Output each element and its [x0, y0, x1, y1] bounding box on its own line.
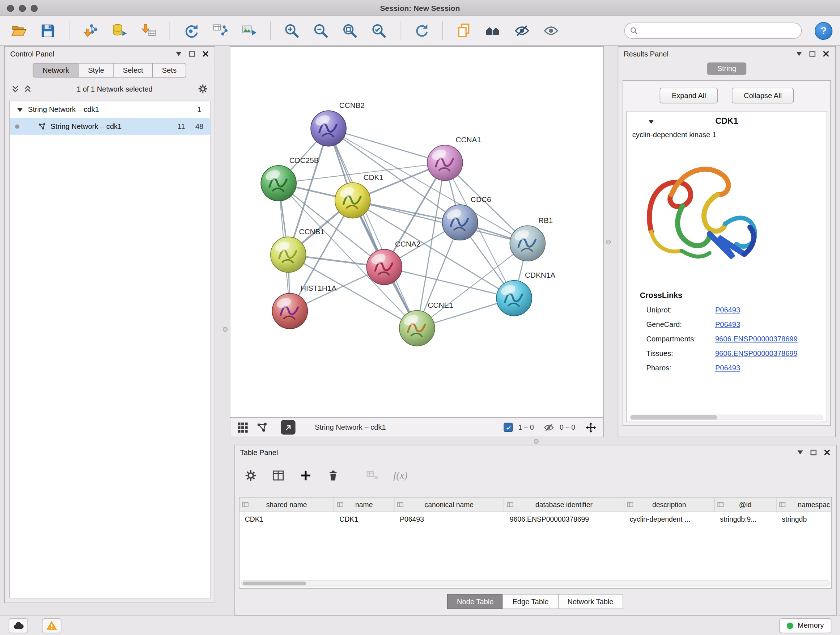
node-details-card: CDK1 cyclin-dependent kinase 1 — [626, 111, 827, 422]
table-panel-title: Table Panel — [240, 448, 278, 456]
tab-style[interactable]: Style — [78, 63, 114, 78]
tab-edge-table[interactable]: Edge Table — [503, 594, 559, 609]
graph-node-CDK1[interactable]: CDK1 — [335, 173, 384, 218]
tab-sets[interactable]: Sets — [152, 63, 186, 78]
network-collection-row[interactable]: String Network – cdk1 1 — [10, 101, 210, 118]
import-network-database-button[interactable] — [108, 19, 131, 42]
results-scrollbar-thumb[interactable] — [630, 415, 717, 420]
table-panel-close-button[interactable] — [823, 448, 831, 456]
tab-node-table[interactable]: Node Table — [447, 594, 503, 609]
table-row[interactable]: CDK1 CDK1 P06493 9606.ENSP00000378699 cy… — [240, 512, 831, 527]
open-in-browser-button[interactable] — [281, 420, 295, 434]
search-input[interactable] — [641, 27, 796, 35]
import-table-button[interactable] — [137, 19, 159, 42]
results-panel-collapse-button[interactable] — [796, 50, 803, 57]
network-from-table-button[interactable] — [209, 19, 231, 42]
eye-slash-icon — [514, 22, 531, 39]
uniprot-link[interactable]: P06493 — [715, 306, 740, 314]
tab-select[interactable]: Select — [113, 63, 153, 78]
left-splitter-handle[interactable] — [223, 327, 227, 332]
tab-network-table[interactable]: Network Table — [558, 594, 623, 609]
tree-caret-icon[interactable] — [16, 106, 24, 113]
table-panel-float-button[interactable] — [810, 448, 818, 456]
refresh-button[interactable] — [410, 19, 432, 42]
help-button[interactable]: ? — [815, 22, 832, 40]
column-header-id[interactable]: @id — [714, 497, 776, 511]
window-close-button[interactable] — [7, 5, 14, 11]
first-neighbors-button[interactable] — [482, 19, 504, 42]
tab-string[interactable]: String — [707, 63, 746, 75]
graph-node-RB1[interactable]: RB1 — [510, 216, 553, 261]
crosslink-row: GeneCard: P06493 — [627, 317, 827, 332]
new-network-button[interactable] — [180, 19, 202, 42]
compartments-link[interactable]: 9606.ENSP00000378699 — [715, 335, 798, 343]
node-table: shared name name canonical name database… — [239, 497, 832, 589]
duplicate-button[interactable] — [453, 19, 475, 42]
column-header-name[interactable]: name — [334, 497, 395, 511]
network-row[interactable]: String Network – cdk1 11 48 — [10, 118, 210, 135]
window-minimize-button[interactable] — [19, 5, 26, 11]
show-columns-button[interactable] — [272, 469, 285, 482]
graph-node-label: CCNB2 — [339, 101, 365, 109]
column-header-description[interactable]: description — [624, 497, 715, 511]
graph-node-HIST1H1A[interactable]: HIST1H1A — [272, 284, 336, 329]
tab-network[interactable]: Network — [33, 63, 79, 78]
memory-button[interactable]: Memory — [779, 618, 831, 633]
delete-column-button[interactable] — [327, 469, 340, 482]
warnings-button[interactable] — [42, 618, 62, 633]
graph-node-CCNB2[interactable]: CCNB2 — [311, 101, 365, 146]
pharos-link[interactable]: P06493 — [715, 364, 740, 372]
string-results-container: Expand All Collapse All CDK1 cyclin-depe… — [622, 80, 831, 426]
column-header-namespace[interactable]: namespac — [776, 497, 832, 511]
control-panel-float-button[interactable] — [188, 50, 196, 57]
control-panel-close-button[interactable] — [202, 50, 210, 57]
network-canvas[interactable]: CCNB2CCNA1CDC25BCDK1CDC6RB1CCNB1CCNA2CDK… — [230, 46, 604, 417]
show-all-button[interactable] — [540, 19, 562, 42]
window-zoom-button[interactable] — [31, 5, 38, 11]
network-graph[interactable]: CCNB2CCNA1CDC25BCDK1CDC6RB1CCNB1CCNA2CDK… — [231, 47, 603, 417]
zoom-out-button[interactable] — [309, 19, 332, 42]
results-horizontal-scrollbar[interactable] — [630, 415, 823, 420]
function-builder-button[interactable]: f(x) — [393, 470, 407, 481]
open-session-button[interactable] — [8, 19, 30, 42]
column-header-canonical-name[interactable]: canonical name — [394, 497, 504, 511]
save-session-button[interactable] — [36, 19, 59, 42]
table-panel-collapse-button[interactable] — [797, 448, 804, 456]
hide-selected-button[interactable] — [511, 19, 533, 42]
network-options-gear-icon[interactable] — [197, 84, 208, 95]
column-header-database-identifier[interactable]: database identifier — [504, 497, 624, 511]
graph-node-CDKN1A[interactable]: CDKN1A — [496, 271, 555, 316]
birdseye-view-button[interactable] — [237, 421, 249, 433]
genecard-link[interactable]: P06493 — [715, 320, 740, 328]
right-splitter-handle[interactable] — [606, 240, 611, 244]
graph-node-CDC25B[interactable]: CDC25B — [261, 156, 319, 201]
create-column-button[interactable] — [299, 469, 312, 482]
column-header-shared-name[interactable]: shared name — [240, 497, 334, 511]
zoom-in-button[interactable] — [280, 19, 303, 42]
zoom-fit-button[interactable] — [339, 19, 361, 42]
export-image-button[interactable] — [238, 19, 260, 42]
graph-node-CCNA1[interactable]: CCNA1 — [427, 135, 481, 180]
collapse-all-button[interactable]: Collapse All — [732, 88, 793, 103]
zoom-selected-button[interactable] — [368, 19, 390, 42]
results-panel-float-button[interactable] — [809, 50, 816, 57]
collapse-all-networks-icon[interactable] — [11, 85, 19, 93]
crosslink-label: GeneCard: — [646, 320, 715, 328]
table-settings-button[interactable] — [244, 469, 257, 482]
cloud-status-button[interactable] — [9, 618, 28, 633]
selected-checkbox[interactable] — [504, 423, 513, 432]
horizontal-splitter-handle[interactable] — [534, 439, 538, 443]
expand-all-button[interactable]: Expand All — [660, 88, 718, 103]
pan-move-icon[interactable] — [585, 421, 597, 433]
network-overview-button[interactable] — [256, 421, 268, 433]
tissues-link[interactable]: 9606.ENSP00000378699 — [715, 349, 798, 357]
crosslink-row: Tissues: 9606.ENSP00000378699 — [627, 346, 827, 361]
table-scrollbar-thumb[interactable] — [243, 582, 306, 585]
import-network-file-button[interactable] — [79, 19, 102, 42]
table-horizontal-scrollbar[interactable] — [241, 580, 829, 586]
clear-table-button[interactable] — [366, 469, 379, 482]
expand-all-networks-icon[interactable] — [24, 85, 32, 93]
control-panel-collapse-button[interactable] — [175, 50, 182, 57]
entry-collapse-caret-icon[interactable] — [647, 118, 655, 126]
results-panel-close-button[interactable] — [822, 50, 830, 57]
